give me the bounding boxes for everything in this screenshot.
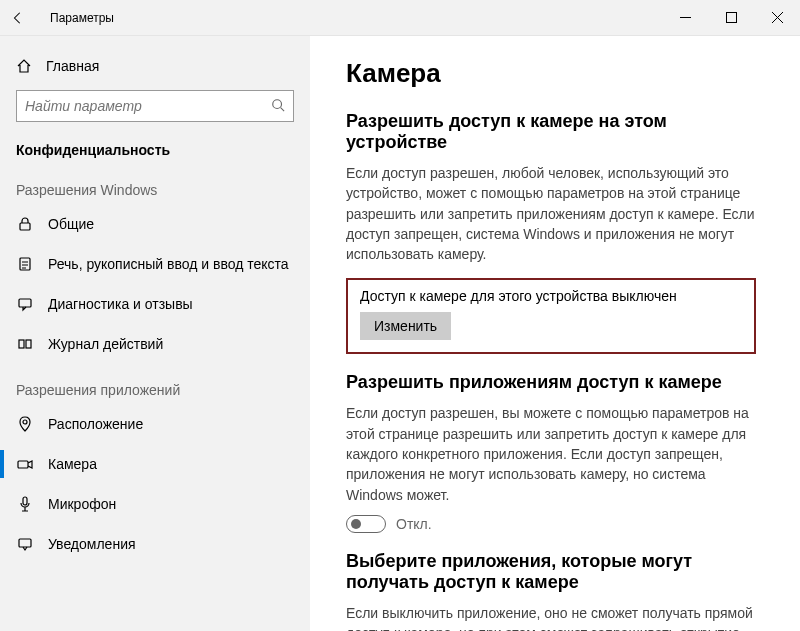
sidebar-item-label: Речь, рукописный ввод и ввод текста <box>48 256 289 272</box>
sidebar-item-general[interactable]: Общие <box>0 204 310 244</box>
device-access-box: Доступ к камере для этого устройства вык… <box>346 278 756 354</box>
svg-rect-6 <box>26 340 31 348</box>
sidebar-category: Конфиденциальность <box>0 132 310 164</box>
window-title: Параметры <box>50 11 114 25</box>
sidebar-item-label: Диагностика и отзывы <box>48 296 193 312</box>
sidebar-item-microphone[interactable]: Микрофон <box>0 484 310 524</box>
toggle-track <box>346 515 386 533</box>
sidebar-item-camera[interactable]: Камера <box>0 444 310 484</box>
sidebar-group-apps: Разрешения приложений <box>0 364 310 404</box>
sidebar-item-label: Микрофон <box>48 496 116 512</box>
svg-point-7 <box>23 420 27 424</box>
apps-access-toggle[interactable]: Откл. <box>346 515 764 533</box>
sidebar-group-windows: Разрешения Windows <box>0 164 310 204</box>
device-access-status: Доступ к камере для этого устройства вык… <box>360 288 742 304</box>
page-title: Камера <box>346 58 764 89</box>
toggle-label: Откл. <box>396 516 432 532</box>
svg-rect-2 <box>20 223 30 230</box>
sidebar-item-label: Общие <box>48 216 94 232</box>
sidebar-home[interactable]: Главная <box>0 46 310 86</box>
content-area: Камера Разрешить доступ к камере на этом… <box>310 36 800 631</box>
svg-point-1 <box>273 99 282 108</box>
microphone-icon <box>16 495 34 513</box>
toggle-thumb <box>351 519 361 529</box>
sidebar: Главная Конфиденциальность Разрешения Wi… <box>0 36 310 631</box>
section2-heading: Разрешить приложениям доступ к камере <box>346 372 764 393</box>
lock-icon <box>16 215 34 233</box>
svg-rect-10 <box>19 539 31 547</box>
search-input-container[interactable] <box>16 90 294 122</box>
sidebar-item-label: Уведомления <box>48 536 136 552</box>
sidebar-item-label: Камера <box>48 456 97 472</box>
maximize-button[interactable] <box>708 0 754 36</box>
location-icon <box>16 415 34 433</box>
feedback-icon <box>16 295 34 313</box>
close-button[interactable] <box>754 0 800 36</box>
svg-rect-8 <box>18 461 28 468</box>
search-icon <box>271 98 285 115</box>
back-button[interactable] <box>0 11 36 25</box>
sidebar-item-label: Расположение <box>48 416 143 432</box>
svg-rect-4 <box>19 299 31 307</box>
sidebar-item-notifications[interactable]: Уведомления <box>0 524 310 564</box>
sidebar-home-label: Главная <box>46 58 99 74</box>
clipboard-icon <box>16 255 34 273</box>
section1-body: Если доступ разрешен, любой человек, исп… <box>346 163 764 264</box>
section3-heading: Выберите приложения, которые могут получ… <box>346 551 764 593</box>
change-button[interactable]: Изменить <box>360 312 451 340</box>
sidebar-item-location[interactable]: Расположение <box>0 404 310 444</box>
svg-rect-5 <box>19 340 24 348</box>
sidebar-item-label: Журнал действий <box>48 336 163 352</box>
sidebar-item-diagnostics[interactable]: Диагностика и отзывы <box>0 284 310 324</box>
camera-icon <box>16 455 34 473</box>
section1-heading: Разрешить доступ к камере на этом устрой… <box>346 111 764 153</box>
section2-body: Если доступ разрешен, вы можете с помощь… <box>346 403 764 504</box>
minimize-button[interactable] <box>662 0 708 36</box>
section3-body: Если выключить приложение, оно не сможет… <box>346 603 764 631</box>
home-icon <box>16 58 32 74</box>
search-input[interactable] <box>25 98 271 114</box>
notifications-icon <box>16 535 34 553</box>
sidebar-item-speech[interactable]: Речь, рукописный ввод и ввод текста <box>0 244 310 284</box>
sidebar-item-activity[interactable]: Журнал действий <box>0 324 310 364</box>
titlebar: Параметры <box>0 0 800 36</box>
activity-icon <box>16 335 34 353</box>
svg-rect-9 <box>23 497 27 505</box>
svg-rect-0 <box>726 13 736 23</box>
